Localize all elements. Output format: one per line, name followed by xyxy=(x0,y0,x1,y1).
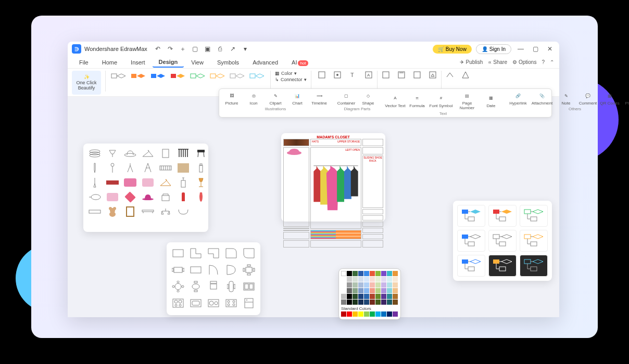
export-button[interactable]: ↗ xyxy=(229,45,237,53)
symbol-radiator[interactable] xyxy=(158,162,173,174)
color-swatch[interactable] xyxy=(341,277,346,282)
symbol-stool[interactable] xyxy=(194,148,208,159)
color-swatch[interactable] xyxy=(364,294,369,299)
flowstyle-5[interactable] xyxy=(488,230,517,252)
insert-clipart[interactable]: ✎Clipart xyxy=(265,91,286,106)
symbol-towels[interactable] xyxy=(87,148,102,159)
one-click-beautify-button[interactable]: ✨ One Click Beautify xyxy=(72,71,101,95)
color-swatch[interactable] xyxy=(358,288,363,293)
color-swatch[interactable] xyxy=(347,271,352,276)
shape-counter[interactable] xyxy=(242,280,256,293)
color-swatch[interactable] xyxy=(381,271,386,276)
shape-cooktop[interactable] xyxy=(224,296,238,310)
menu-home[interactable]: Home xyxy=(96,58,123,67)
flowstyle-8[interactable] xyxy=(488,255,517,277)
ribbon-tool-8[interactable] xyxy=(429,71,437,79)
color-swatch[interactable] xyxy=(347,277,352,282)
shape-rect[interactable] xyxy=(171,246,185,260)
insert-qr[interactable]: ▦QR Codes xyxy=(599,91,620,106)
flow-style-8[interactable] xyxy=(248,71,266,86)
color-swatch[interactable] xyxy=(364,300,369,305)
color-swatch[interactable] xyxy=(353,282,358,288)
symbol-easel[interactable] xyxy=(141,162,155,174)
ribbon-tool-4[interactable]: A xyxy=(364,71,373,79)
color-swatch[interactable] xyxy=(370,271,375,276)
symbol-pillow4[interactable] xyxy=(123,191,137,203)
options-button[interactable]: ⚙ Options xyxy=(512,59,536,65)
menu-file[interactable]: File xyxy=(73,58,95,67)
color-swatch[interactable] xyxy=(393,311,398,317)
flow-style-7[interactable] xyxy=(229,71,246,86)
closet-diagram[interactable]: MADAM'S CLOSET HATSUPPER STORAGE LEFT OP… xyxy=(281,133,385,222)
color-swatch[interactable] xyxy=(341,271,346,276)
ribbon-tool-5[interactable] xyxy=(382,71,390,79)
symbol-scale[interactable] xyxy=(158,206,173,217)
color-swatch[interactable] xyxy=(393,271,398,276)
flowstyle-3[interactable] xyxy=(520,205,548,227)
menu-ai[interactable]: AIhot xyxy=(285,58,314,67)
color-swatch[interactable] xyxy=(364,282,369,288)
color-swatch[interactable] xyxy=(358,277,363,282)
symbol-lamp[interactable] xyxy=(105,148,120,159)
insert-date[interactable]: ▦Date xyxy=(481,91,501,110)
menu-advanced[interactable]: Advanced xyxy=(246,58,284,67)
shape-lshape1[interactable] xyxy=(188,246,203,260)
insert-font-symbol[interactable]: #Font Symbol xyxy=(429,91,454,110)
flowstyle-9[interactable] xyxy=(520,255,548,277)
symbol-teddy[interactable] xyxy=(105,206,120,217)
color-swatch[interactable] xyxy=(387,294,392,299)
insert-plugin[interactable]: ⬡Plug-in xyxy=(621,91,629,106)
color-swatch[interactable] xyxy=(353,277,358,282)
menu-insert[interactable]: Insert xyxy=(124,58,152,67)
insert-container[interactable]: ▢Container xyxy=(336,91,357,106)
symbol-hanger[interactable] xyxy=(141,148,155,159)
symbol-hat[interactable] xyxy=(123,148,137,159)
symbol-jar[interactable] xyxy=(194,162,208,174)
symbol-pot[interactable] xyxy=(158,191,173,203)
undo-button[interactable]: ↶ xyxy=(154,45,162,53)
maximize-button[interactable]: ▢ xyxy=(530,44,540,54)
color-swatch[interactable] xyxy=(387,271,392,276)
color-swatch[interactable] xyxy=(364,288,369,293)
shape-dining[interactable] xyxy=(242,263,256,277)
symbol-tray[interactable] xyxy=(87,206,102,217)
color-swatch[interactable] xyxy=(347,311,352,317)
color-swatch[interactable] xyxy=(364,271,369,276)
color-swatch[interactable] xyxy=(341,311,346,317)
flowstyle-4[interactable] xyxy=(457,230,485,252)
shape-stove2[interactable] xyxy=(206,296,221,310)
insert-hyperlink[interactable]: 🔗Hyperlink xyxy=(508,91,529,106)
insert-formula[interactable]: πFormula xyxy=(407,91,427,110)
flowstyle-6[interactable] xyxy=(520,230,548,252)
help-button[interactable]: ? xyxy=(542,59,545,65)
ribbon-tool-7[interactable] xyxy=(413,71,421,79)
sign-in-button[interactable]: 👤 Sign In xyxy=(476,44,511,54)
shape-halfcircle[interactable] xyxy=(224,263,238,277)
ribbon-tool-9[interactable] xyxy=(446,71,454,79)
symbol-vase[interactable] xyxy=(194,191,208,203)
save-button[interactable]: ▣ xyxy=(204,45,212,53)
print-button[interactable]: ⎙ xyxy=(216,45,224,53)
color-swatch[interactable] xyxy=(353,294,358,299)
symbol-bowl[interactable] xyxy=(176,206,191,217)
flow-style-6[interactable] xyxy=(209,71,227,86)
color-swatch[interactable] xyxy=(370,294,375,299)
symbol-box[interactable] xyxy=(176,162,191,174)
color-swatch[interactable] xyxy=(341,300,346,305)
symbol-clothes-rack[interactable] xyxy=(176,148,191,159)
symbol-lamp2[interactable] xyxy=(194,177,208,188)
color-swatch[interactable] xyxy=(393,282,398,288)
symbol-book[interactable] xyxy=(158,148,173,159)
color-swatch[interactable] xyxy=(347,282,352,288)
color-swatch[interactable] xyxy=(353,300,358,305)
color-swatch[interactable] xyxy=(393,288,398,293)
minimize-button[interactable]: — xyxy=(515,44,526,54)
shape-roundtable[interactable] xyxy=(171,280,185,293)
color-swatch[interactable] xyxy=(393,294,398,299)
color-swatch[interactable] xyxy=(347,288,352,293)
color-swatch[interactable] xyxy=(370,311,375,317)
shape-chair[interactable] xyxy=(206,280,221,293)
shape-door[interactable] xyxy=(206,263,221,277)
color-swatch[interactable] xyxy=(347,294,352,299)
insert-shape[interactable]: ◇Shape xyxy=(358,91,379,106)
